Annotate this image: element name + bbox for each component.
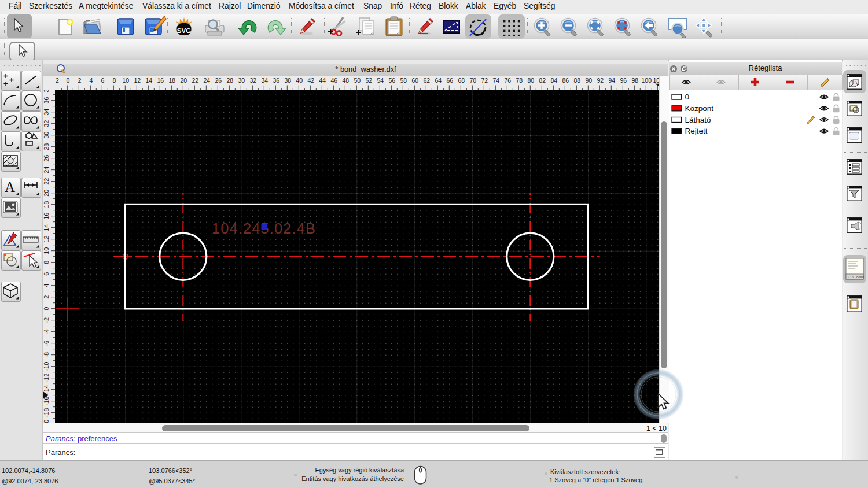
svg-text:Látható: Látható xyxy=(685,116,711,124)
svg-text:32: 32 xyxy=(43,120,50,127)
svg-text:12: 12 xyxy=(43,236,50,243)
svg-text:-12: -12 xyxy=(43,374,50,383)
svg-text:26: 26 xyxy=(43,155,50,162)
svg-text:Rejtett: Rejtett xyxy=(685,127,708,135)
svg-text:10: 10 xyxy=(43,247,50,254)
svg-text:0: 0 xyxy=(685,93,690,101)
svg-text:14: 14 xyxy=(43,224,50,231)
svg-text:Központ: Központ xyxy=(685,104,714,113)
svg-text:18: 18 xyxy=(43,201,50,208)
svg-text:-8: -8 xyxy=(43,352,50,358)
svg-text:2: 2 xyxy=(43,295,50,299)
svg-text:24: 24 xyxy=(43,167,50,173)
svg-text:20: 20 xyxy=(43,190,50,197)
svg-text:-10: -10 xyxy=(43,362,50,371)
svg-text:-4: -4 xyxy=(43,329,50,335)
svg-text:-18: -18 xyxy=(43,408,50,417)
svg-text:22: 22 xyxy=(43,178,50,185)
svg-text:8: 8 xyxy=(43,261,50,264)
svg-text:30: 30 xyxy=(43,132,50,139)
svg-text:-6: -6 xyxy=(43,341,50,346)
svg-text:28: 28 xyxy=(43,143,50,150)
svg-text:C:\ command: C:\ command xyxy=(848,275,864,279)
svg-text:6: 6 xyxy=(43,272,50,276)
svg-text:4: 4 xyxy=(43,284,50,287)
svg-text:-2: -2 xyxy=(43,317,50,323)
svg-text:16: 16 xyxy=(43,213,50,220)
svg-text:34: 34 xyxy=(43,109,50,116)
svg-text:0: 0 xyxy=(43,307,50,310)
